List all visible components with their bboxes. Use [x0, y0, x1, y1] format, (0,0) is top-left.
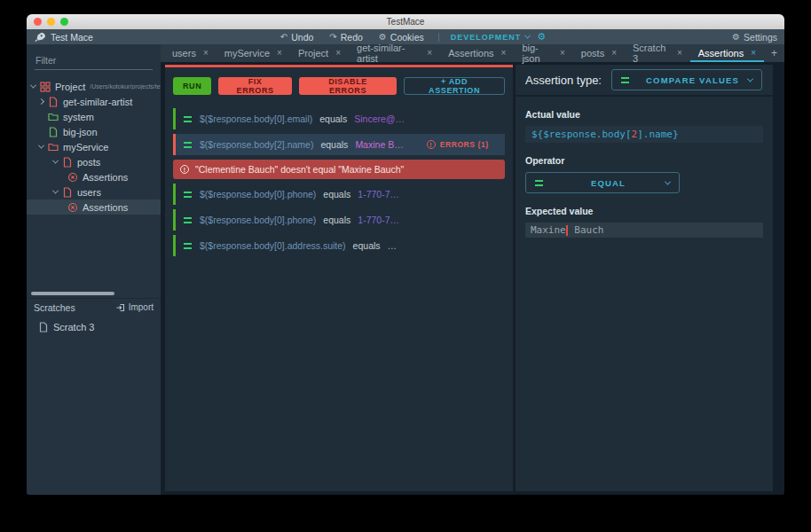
- close-window-button[interactable]: [34, 18, 42, 26]
- sidebar-item-project[interactable]: Project /Users/kotokur/projects/testmac: [27, 79, 161, 94]
- titlebar: TestMace: [27, 14, 784, 29]
- sidebar-item-users-assertions[interactable]: Assertions: [27, 200, 161, 215]
- tree-label: users: [77, 187, 101, 198]
- tree-label: Assertions: [83, 202, 128, 213]
- folder-icon: [48, 142, 59, 153]
- settings-button[interactable]: ⚙ Settings: [732, 32, 777, 43]
- chevron-right-icon[interactable]: [38, 98, 44, 105]
- assertion-type-value: COMPARE VALUES: [646, 75, 739, 85]
- operator-dropdown[interactable]: EQUAL: [525, 172, 680, 193]
- app-brand: Test Mace: [34, 32, 93, 43]
- tab-assertions-2-active[interactable]: Assertions ×: [690, 44, 764, 62]
- assertion-config-panel: Assertion type: COMPARE VALUES Actual va…: [516, 65, 773, 491]
- run-button[interactable]: RUN: [173, 77, 211, 95]
- tab-assertions-1[interactable]: Assertions ×: [440, 44, 514, 62]
- assertion-row-2[interactable]: $($response.body[2].name) equals Maxine …: [173, 134, 505, 155]
- sidebar-item-posts[interactable]: posts: [27, 154, 161, 169]
- sidebar-item-get-similar-artist[interactable]: get-similar-artist: [27, 94, 161, 109]
- assertion-expression: $($response.body[0].address.suite): [200, 240, 346, 251]
- file-icon: [62, 157, 73, 168]
- sidebar-item-posts-assertions[interactable]: Assertions: [27, 169, 161, 184]
- file-icon: [48, 97, 59, 107]
- scratches-title: Scratches: [34, 302, 75, 313]
- expected-text: Maxine: [531, 224, 566, 236]
- disable-errors-button[interactable]: DISABLE ERRORS: [299, 77, 397, 95]
- close-icon[interactable]: ×: [560, 49, 565, 58]
- assertion-row-1[interactable]: $($response.body[0].email) equals Sincer…: [173, 108, 505, 129]
- error-banner-text: "Clementine Bauch" doesn't equal "Maxine…: [195, 164, 404, 175]
- filter-input[interactable]: [35, 54, 153, 70]
- fix-errors-button[interactable]: FIX ERRORS: [218, 77, 292, 95]
- tab-scratch-3[interactable]: Scratch 3 ×: [625, 44, 690, 62]
- close-icon[interactable]: ×: [501, 49, 507, 58]
- expected-text: Bauch: [569, 224, 604, 236]
- equals-icon: [184, 142, 192, 148]
- code-text: ${$response.body[: [531, 129, 632, 140]
- chevron-down-icon[interactable]: [52, 188, 59, 194]
- close-icon[interactable]: ×: [611, 49, 617, 58]
- tab-myservice[interactable]: myService ×: [217, 44, 290, 62]
- assertion-row-3[interactable]: $($response.body[0].phone) equals 1-770-…: [173, 184, 505, 205]
- expected-value-field[interactable]: Maxine Bauch: [525, 223, 763, 238]
- cookies-label: Cookies: [390, 32, 424, 43]
- assertion-value: 1-770-7…: [358, 189, 399, 200]
- assertion-operator: equals: [353, 240, 381, 251]
- close-icon[interactable]: ×: [751, 49, 756, 58]
- tab-users[interactable]: users ×: [164, 44, 217, 62]
- assertion-list: $($response.body[0].email) equals Sincer…: [173, 108, 505, 261]
- sidebar-item-system[interactable]: system: [27, 109, 161, 124]
- tab-posts[interactable]: posts ×: [573, 44, 625, 62]
- horizontal-scrollbar[interactable]: [31, 292, 114, 295]
- actual-value-field[interactable]: ${$response.body[2].name}: [525, 126, 763, 143]
- tree-label: big-json: [63, 127, 98, 137]
- assertion-row-4[interactable]: $($response.body[0].phone) equals 1-770-…: [173, 209, 505, 231]
- tab-big-json[interactable]: big-json ×: [514, 44, 572, 62]
- cookie-icon: ⚙: [379, 32, 387, 42]
- errors-label: ERRORS (1): [440, 140, 489, 149]
- cookies-button[interactable]: ⚙ Cookies: [379, 32, 424, 43]
- rocket-logo-icon: [34, 32, 46, 43]
- app-name: Test Mace: [51, 32, 93, 43]
- undo-button[interactable]: ↶ Undo: [280, 32, 314, 43]
- assertion-value: Maxine B…: [355, 139, 403, 150]
- environment-selector[interactable]: DEVELOPMENT: [451, 33, 531, 42]
- close-icon[interactable]: ×: [277, 49, 282, 58]
- assertion-expression: $($response.body[0].phone): [200, 215, 316, 225]
- tab-project[interactable]: Project ×: [290, 44, 349, 62]
- sidebar-item-myservice[interactable]: myService: [27, 139, 161, 154]
- chevron-down-icon[interactable]: [30, 82, 36, 89]
- settings-label: Settings: [744, 32, 777, 43]
- sidebar-item-scratch-3[interactable]: Scratch 3: [27, 319, 161, 335]
- close-icon[interactable]: ×: [203, 49, 209, 58]
- tree-label: Project: [55, 82, 85, 92]
- undo-icon: ↶: [280, 32, 287, 42]
- error-banner: ! "Clementine Bauch" doesn't equal "Maxi…: [173, 160, 505, 179]
- tree-label: system: [63, 112, 94, 122]
- close-icon[interactable]: ×: [427, 49, 432, 58]
- close-icon[interactable]: ×: [335, 49, 341, 58]
- assertion-icon: [67, 172, 78, 183]
- assertion-value: Sincere@…: [354, 113, 405, 124]
- assertion-row-5[interactable]: $($response.body[0].address.suite) equal…: [173, 235, 505, 256]
- import-button[interactable]: Import: [116, 302, 154, 312]
- equals-icon: [184, 243, 192, 249]
- operator-value: EQUAL: [591, 178, 626, 188]
- close-icon[interactable]: ×: [677, 49, 682, 58]
- chevron-down-icon[interactable]: [52, 158, 59, 164]
- project-tree: Project /Users/kotokur/projects/testmac …: [27, 79, 161, 215]
- redo-button[interactable]: ↷ Redo: [329, 32, 363, 43]
- tree-label: myService: [63, 142, 108, 153]
- minimize-window-button[interactable]: [47, 18, 55, 26]
- new-tab-button[interactable]: +: [764, 44, 784, 62]
- assertion-type-dropdown[interactable]: COMPARE VALUES: [611, 69, 762, 90]
- add-assertion-button[interactable]: + ADD ASSERTION: [404, 77, 505, 95]
- import-label: Import: [129, 302, 154, 312]
- app-window: TestMace Test Mace ↶ Undo ↷ Redo ⚙ Cooki…: [27, 14, 784, 495]
- sidebar-item-users[interactable]: users: [27, 184, 161, 200]
- environment-gear-icon[interactable]: ⚙: [537, 31, 546, 43]
- sidebar-item-big-json[interactable]: big-json: [27, 124, 161, 139]
- zoom-window-button[interactable]: [60, 18, 68, 26]
- assertion-operator: equals: [319, 113, 347, 124]
- chevron-down-icon[interactable]: [38, 143, 44, 149]
- tab-get-similar-artist[interactable]: get-similar-artist ×: [349, 44, 440, 62]
